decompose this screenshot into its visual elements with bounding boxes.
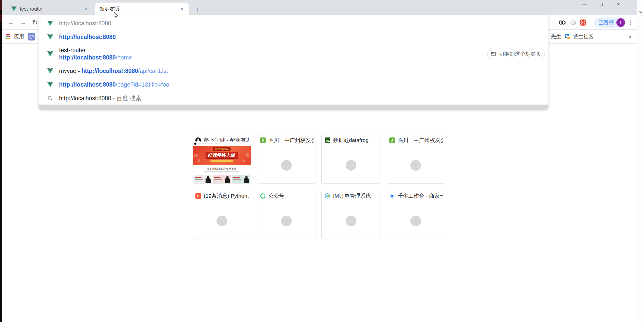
tab-icon <box>491 52 496 56</box>
switch-to-tab-button[interactable]: 切换到这个标签页 <box>487 48 545 60</box>
course-card <box>194 175 211 183</box>
wechat-official-icon <box>260 193 266 199</box>
left-edge-strip <box>0 0 2 322</box>
green-leaf-icon <box>260 137 266 143</box>
mouse-cursor <box>114 12 119 19</box>
vue-logo-icon <box>47 82 53 88</box>
tile-title: (12条消息) Python… <box>204 192 249 199</box>
suggestion-url[interactable]: http://localhost:8080 <box>39 30 548 44</box>
suggestion-url-bold: http://localhost:8080 <box>81 68 138 74</box>
search-text: http://localhost:8080 <box>59 95 111 102</box>
shortcut-tile-alumni[interactable]: 临川一中广州校友会 <box>257 134 316 184</box>
banner-caption: 自学编程必备免费+实战教程 <box>193 167 251 170</box>
indigo-app-icon[interactable] <box>28 33 35 41</box>
tab-close-icon[interactable]: × <box>178 5 185 12</box>
suggestion-search[interactable]: http://localhost:8080 - 百度 搜索 <box>39 91 548 105</box>
tile-title: IM订单管理系统 <box>333 192 371 199</box>
apps-shortcut[interactable]: 应用 <box>14 33 24 40</box>
suggestion-url-text: http://localhost:8080 <box>59 34 116 41</box>
side-panel-strip: » <box>637 0 644 322</box>
omnibox-dropdown: http://localhost:8080 http://localhost:8… <box>39 15 548 109</box>
search-suffix: - 百度 搜索 <box>111 95 141 102</box>
suggestion-test-router[interactable]: test-router http://localhost:8080/home <box>39 44 548 64</box>
bookmarks-overflow-chevron[interactable]: » <box>626 30 634 44</box>
maximize-button[interactable]: □ <box>598 2 604 7</box>
frog-icon <box>325 137 330 143</box>
tile-title: 千牛工作台 - 商家一… <box>398 192 443 199</box>
thumbnail-placeholder <box>281 160 292 171</box>
suggestion-page-query[interactable]: http://localhost:8080/page?id=1&title=fo… <box>39 78 548 91</box>
tile-title: 临川一中广州校友会… <box>398 137 443 144</box>
suggestion-myvue[interactable]: myvue - http://localhost:8080/api/cartLi… <box>39 64 548 78</box>
suggestion-prefix: myvue - <box>59 68 81 74</box>
bookmark-item-community[interactable]: 派生社区 <box>564 33 594 40</box>
shortcut-tile-csdn[interactable]: C (12条消息) Python… <box>192 190 251 239</box>
thumbnail-placeholder <box>346 216 356 226</box>
green-leaf-icon <box>389 137 395 143</box>
window-controls: — □ × <box>581 2 622 7</box>
suggestion-url-rest: /home <box>116 54 132 61</box>
tile-title: 公众号 <box>268 192 284 199</box>
qianniu-bull-icon <box>389 193 395 199</box>
course-card <box>232 175 250 183</box>
vue-logo-icon <box>11 6 17 11</box>
thumbnail-placeholder <box>410 160 421 171</box>
promo-banner: 路飞学城双11 好课年终大促 <box>193 146 251 165</box>
tile-title: 数据蛙datafrog <box>333 137 369 144</box>
suggestion-url-bold: http://localhost:8080 <box>59 81 116 88</box>
dice-extension-icon[interactable] <box>580 19 586 26</box>
apps-grid-icon[interactable] <box>6 34 10 39</box>
shortcut-tile-qianniu[interactable]: 千牛工作台 - 商家一… <box>386 190 445 239</box>
tab-new-tab[interactable]: 新标签页 × <box>95 3 189 15</box>
sync-status-label: 已暂停 <box>598 19 614 26</box>
community-logo-icon <box>564 33 571 40</box>
chrome-menu-button[interactable]: ⋮ <box>626 15 635 30</box>
im-order-icon <box>325 193 330 199</box>
shortcut-tile-official-account[interactable]: 公众号 <box>257 190 316 239</box>
tab-title: test-router <box>20 6 82 12</box>
shortcut-tile-im-orders[interactable]: IM订单管理系统 <box>321 190 380 239</box>
thumbnail-placeholder <box>216 216 227 226</box>
suggestion-url-bold: http://localhost:8080 <box>59 54 116 61</box>
vue-logo-icon <box>47 20 53 26</box>
switch-to-tab-label: 切换到这个标签页 <box>499 50 541 57</box>
search-icon <box>47 95 53 101</box>
shortcut-tile-luffy[interactable]: 路飞学城 - 帮助有志… 路飞学城双11 好课年终大促 自学编程必备免费+实战教… <box>192 134 251 184</box>
shortcut-tile-datafrog[interactable]: 数据蛙datafrog <box>321 134 380 184</box>
profile-avatar[interactable]: I <box>616 18 625 27</box>
suggestion-title: test-router <box>59 47 132 53</box>
suggestion-url-rest: /page?id=1&title=foo <box>116 81 169 88</box>
shortcut-tile-alumni-2[interactable]: 临川一中广州校友会… <box>386 134 445 184</box>
tile-title: 临川一中广州校友会 <box>268 137 314 144</box>
csdn-icon: C <box>195 193 201 199</box>
banner-ribbon-text: 路飞学城双11 <box>213 147 230 151</box>
extensions-area: 已暂停 I <box>558 15 626 30</box>
course-card <box>213 175 230 183</box>
banner-headline: 好课年终大促 <box>206 152 238 158</box>
minimize-button[interactable]: — <box>581 2 587 7</box>
browser-window: test-router × 新标签页 × + — □ × ← → ↻ <box>0 0 644 322</box>
tab-close-icon[interactable]: × <box>82 5 89 12</box>
sync-paused-pill[interactable]: 已暂停 I <box>594 17 626 28</box>
bookmark-item-xiansheng[interactable]: 先生 <box>551 33 561 40</box>
suggestion-url-rest: /api/cartList <box>138 68 168 74</box>
thumbnail-placeholder <box>410 216 421 226</box>
thumbnail-placeholder <box>346 160 356 171</box>
tab-strip: test-router × 新标签页 × + — □ × <box>2 0 637 15</box>
gray-circle-extension-icon[interactable] <box>570 19 576 25</box>
tab-title: 新标签页 <box>100 6 178 12</box>
close-button[interactable]: × <box>615 2 622 7</box>
link-extension-icon[interactable] <box>558 19 566 26</box>
side-panel-chevron[interactable]: » <box>637 9 644 15</box>
typed-url: http://localhost:8080 <box>59 20 111 27</box>
site-thumbnail: 路飞学城双11 好课年终大促 自学编程必备免费+实战教程 <box>193 142 251 183</box>
tab-test-router[interactable]: test-router × <box>4 3 93 15</box>
thumbnail-placeholder <box>281 216 292 226</box>
forward-button[interactable]: → <box>17 15 28 30</box>
back-button[interactable]: ← <box>5 15 16 30</box>
new-tab-button[interactable]: + <box>193 6 202 15</box>
bookmark-label: 派生社区 <box>573 33 594 40</box>
vue-logo-icon <box>47 34 53 40</box>
vue-logo-icon <box>47 68 53 74</box>
toolbar-separator <box>590 19 590 26</box>
